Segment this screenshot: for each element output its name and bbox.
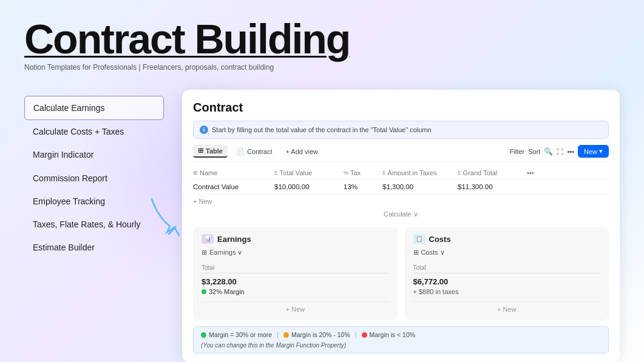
sort-button[interactable]: Sort (528, 148, 540, 155)
yellow-indicator (283, 332, 289, 338)
earnings-icon: 📊 (202, 234, 214, 244)
sidebar-item-commission-report[interactable]: Commission Report (24, 167, 164, 190)
chevron-down-icon: ▾ (599, 147, 603, 155)
info-icon: i (200, 126, 208, 134)
earnings-table-col: Total (202, 263, 389, 273)
earnings-value: $3,228.00 (202, 277, 389, 286)
cell-total-value: $10,000.00 (274, 183, 341, 190)
contract-card: Contract i Start by filling out the tota… (182, 90, 620, 362)
main-layout: Calculate Earnings Calculate Costs + Tax… (24, 90, 620, 362)
info-bar: i Start by filling out the total value o… (193, 121, 609, 139)
margin-item-yellow: Margin is 20% - 10% (283, 331, 350, 338)
more-options-icon[interactable]: ••• (567, 148, 574, 155)
earnings-card-header: 📊 Earnings (202, 234, 389, 244)
toolbar-actions: Filter Sort 🔍 ⛶ ••• New ▾ (510, 145, 609, 158)
cell-amount-taxes: $1,300.00 (382, 183, 455, 190)
filter-button[interactable]: Filter (510, 148, 524, 155)
table-small-icon: ⊞ (202, 249, 207, 256)
green-indicator (201, 332, 206, 338)
new-button[interactable]: New ▾ (578, 145, 609, 158)
costs-table-col: Total (413, 263, 601, 273)
add-row-button[interactable]: + New (193, 195, 609, 208)
cell-grand-total: $11,300.00 (458, 183, 524, 190)
earnings-add-new[interactable]: + New (202, 301, 389, 313)
red-indicator (362, 332, 367, 338)
sidebar-item-estimate-builder[interactable]: Estimate Builder (24, 236, 164, 259)
sidebar-item-margin-indicator[interactable]: Margin Indicator (24, 143, 164, 166)
page-subtitle: Notion Templates for Professionals | Fre… (24, 63, 620, 72)
tab-contract[interactable]: 📄 Contract (231, 146, 277, 157)
costs-value: $6,772.00 (413, 277, 601, 286)
col-amount-taxes-header: Σ Amount in Taxes (382, 169, 455, 176)
sidebar-item-calculate-costs[interactable]: Calculate Costs + Taxes (24, 120, 164, 143)
earnings-subheader[interactable]: ⊞ Earnings ∨ (202, 249, 389, 256)
add-view-button[interactable]: + Add view (281, 146, 324, 157)
table-icon: ⊞ (198, 147, 203, 155)
search-icon[interactable]: 🔍 (544, 147, 553, 156)
margin-dot (202, 289, 206, 294)
table-small-icon-2: ⊞ (413, 249, 419, 256)
arrow-decoration (146, 193, 188, 241)
costs-add-new[interactable]: + New (413, 301, 601, 313)
toolbar: ⊞ Table 📄 Contract + Add view Filter Sor… (193, 145, 609, 162)
costs-taxes-note: + $880 in taxes (413, 288, 601, 295)
earnings-card: 📊 Earnings ⊞ Earnings ∨ Total $3,228.00 … (193, 227, 398, 320)
costs-card-header: 📋 Costs (413, 234, 601, 244)
margin-info-bar: Margin = 30% or more | Margin is 20% - 1… (193, 326, 609, 354)
left-nav: Calculate Earnings Calculate Costs + Tax… (24, 96, 164, 259)
earnings-margin: 32% Margin (202, 288, 389, 295)
calculate-button[interactable]: Calculate ∨ (193, 208, 609, 221)
fullscreen-icon[interactable]: ⛶ (557, 148, 563, 155)
header-section: Contract Building Notion Templates for P… (24, 18, 620, 72)
contract-title: Contract (193, 101, 609, 115)
right-panel: Contract i Start by filling out the tota… (182, 90, 620, 362)
sidebar-item-calculate-earnings[interactable]: Calculate Earnings (24, 96, 164, 120)
costs-card: 📋 Costs ⊞ Costs ∨ Total $6,772.00 + $880… (405, 227, 609, 320)
sidebar-item-employee-tracking[interactable]: Employee Tracking (24, 190, 164, 213)
col-total-value-header: Σ Total Value (274, 169, 341, 176)
page-title: Contract Building (24, 18, 620, 59)
cards-row: 📊 Earnings ⊞ Earnings ∨ Total $3,228.00 … (193, 227, 609, 320)
table-header: ⊞ Name Σ Total Value % Tax Σ Amount in T… (193, 167, 609, 179)
col-tax-header: % Tax (344, 169, 380, 176)
costs-icon: 📋 (413, 234, 425, 244)
cell-tax: 13% (344, 183, 380, 190)
col-grand-total-header: Σ Grand Total (458, 169, 524, 176)
table-row[interactable]: Contract Value $10,000.00 13% $1,300.00 … (193, 179, 609, 195)
col-name-header: ⊞ Name (193, 169, 272, 176)
margin-item-red: Margin is < 10% (362, 331, 416, 338)
margin-item-green: Margin = 30% or more (201, 331, 272, 338)
margin-note: (You can change this in the Margin Funct… (201, 342, 601, 349)
cell-name: Contract Value (193, 183, 272, 190)
costs-subheader[interactable]: ⊞ Costs ∨ (413, 249, 601, 256)
tab-table[interactable]: ⊞ Table (193, 145, 228, 158)
sidebar-item-taxes-rates[interactable]: Taxes, Flate Rates, & Hourly (24, 213, 164, 236)
contract-icon: 📄 (236, 147, 245, 155)
